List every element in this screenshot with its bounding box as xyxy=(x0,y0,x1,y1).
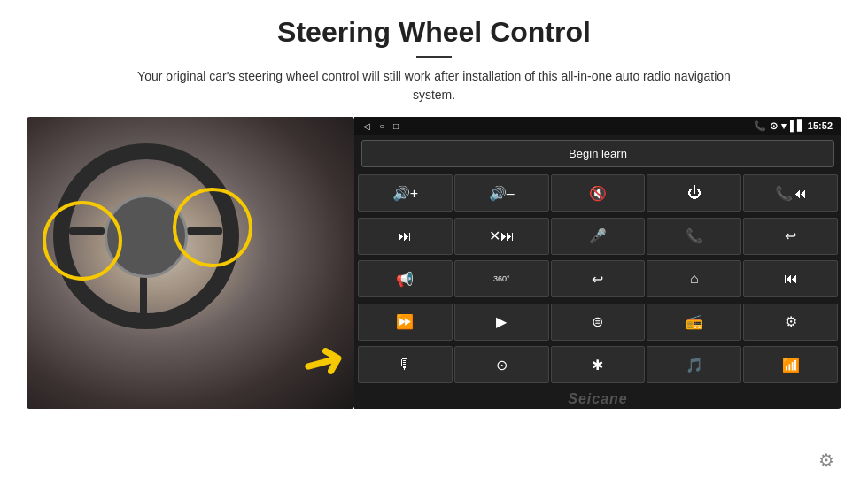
camera-360-button[interactable]: 360° xyxy=(454,260,549,297)
signal-icon: 📶 xyxy=(782,357,800,373)
highlight-circle-left xyxy=(43,201,122,281)
camera-360-icon: 360° xyxy=(493,274,510,283)
prev-track-button[interactable]: ⏮ xyxy=(743,260,838,297)
call-button[interactable]: 📞 xyxy=(647,218,741,255)
menu-icon: ⊙ xyxy=(496,357,508,373)
vol-down-icon: 🔊– xyxy=(489,185,515,202)
content-row: ➜ ◁ ○ □ 📞 ⊙ ▾ ▌▋ 15:52 xyxy=(27,117,841,476)
back-nav-icon[interactable]: ◁ xyxy=(363,121,370,131)
mic-button[interactable]: 🎤 xyxy=(551,218,646,255)
phone-prev-button[interactable]: 📞⏮ xyxy=(743,174,838,212)
play-icon: ▶ xyxy=(496,313,507,330)
phone-prev-icon: 📞⏮ xyxy=(775,185,807,202)
subtitle: Your original car's steering wheel contr… xyxy=(124,67,744,104)
home-nav-icon[interactable]: ○ xyxy=(379,121,384,131)
play-button[interactable]: ▶ xyxy=(454,304,549,341)
next-track-icon: ⏭ xyxy=(398,228,412,244)
nav-icons: ◁ ○ □ xyxy=(363,121,399,131)
title-divider xyxy=(416,56,452,58)
bluetooth-button[interactable]: ✱ xyxy=(551,346,646,383)
voice-icon: 🎙 xyxy=(398,357,412,373)
skip-icon: ✕⏭ xyxy=(489,227,515,244)
fast-fwd-button[interactable]: ⏩ xyxy=(358,304,453,341)
location-icon: ⊙ xyxy=(770,120,778,132)
hang-up-icon: ↩ xyxy=(785,227,796,244)
vol-up-icon: 🔊+ xyxy=(392,185,418,202)
steering-wheel-image: ➜ xyxy=(27,117,354,409)
radio-button[interactable]: 📻 xyxy=(647,304,741,341)
music-icon: 🎵 xyxy=(686,357,703,373)
vol-up-button[interactable]: 🔊+ xyxy=(358,174,453,212)
wifi-icon: ▾ xyxy=(781,120,787,132)
page-title: Steering Wheel Control xyxy=(27,16,841,49)
seicane-watermark: Seicane xyxy=(354,389,841,409)
voice-button[interactable]: 🎙 xyxy=(358,346,453,383)
mute-icon: 🔇 xyxy=(589,185,607,202)
spoke-bottom xyxy=(140,276,147,319)
back-icon: ↩ xyxy=(592,271,603,288)
signal-button[interactable]: 📶 xyxy=(743,346,838,383)
vol-down-button[interactable]: 🔊– xyxy=(454,174,549,212)
skip-button[interactable]: ✕⏭ xyxy=(454,218,549,255)
horn-icon: 📢 xyxy=(396,271,414,288)
home-button[interactable]: ⌂ xyxy=(647,260,741,297)
page-container: Steering Wheel Control Your original car… xyxy=(0,0,868,485)
call-icon: 📞 xyxy=(686,227,703,244)
power-button[interactable]: ⏻ xyxy=(647,174,741,212)
next-track-button[interactable]: ⏭ xyxy=(358,218,453,255)
highlight-circle-right xyxy=(173,188,252,267)
menu-button[interactable]: ⊙ xyxy=(454,346,549,383)
radio-icon: 📻 xyxy=(686,313,703,330)
clock: 15:52 xyxy=(808,120,833,131)
status-bar: ◁ ○ □ 📞 ⊙ ▾ ▌▋ 15:52 xyxy=(354,117,841,135)
power-icon: ⏻ xyxy=(687,185,701,201)
music-button[interactable]: 🎵 xyxy=(647,346,741,383)
source-icon: ⊜ xyxy=(592,313,603,330)
horn-button[interactable]: 📢 xyxy=(358,260,453,297)
back-button[interactable]: ↩ xyxy=(551,260,646,297)
recents-nav-icon[interactable]: □ xyxy=(393,121,399,131)
eq-button[interactable]: ⚙ xyxy=(743,304,838,341)
eq-icon: ⚙ xyxy=(785,313,797,330)
sim-bars: ▌▋ xyxy=(790,120,804,132)
controls-grid: 🔊+ 🔊– 🔇 ⏻ 📞⏮ ⏭ ✕⏭ 🎤 📞 ↩ 📢 360° ↩ ⌂ xyxy=(354,173,841,389)
settings-gear-button[interactable]: ⚙ xyxy=(818,450,834,471)
home-icon: ⌂ xyxy=(690,271,699,287)
bluetooth-icon: ✱ xyxy=(592,357,603,373)
mic-icon: 🎤 xyxy=(589,227,607,244)
source-button[interactable]: ⊜ xyxy=(551,304,646,341)
fast-fwd-icon: ⏩ xyxy=(396,313,414,330)
mute-button[interactable]: 🔇 xyxy=(551,174,646,212)
status-right: 📞 ⊙ ▾ ▌▋ 15:52 xyxy=(754,120,833,132)
begin-learn-row: Begin learn xyxy=(354,135,841,173)
hang-up-button[interactable]: ↩ xyxy=(743,218,838,255)
prev-track-icon: ⏮ xyxy=(784,271,798,287)
title-section: Steering Wheel Control Your original car… xyxy=(27,16,841,117)
phone-icon: 📞 xyxy=(754,120,766,132)
head-unit: ◁ ○ □ 📞 ⊙ ▾ ▌▋ 15:52 Begin learn xyxy=(354,117,841,409)
begin-learn-button[interactable]: Begin learn xyxy=(361,140,834,167)
head-unit-wrapper: ◁ ○ □ 📞 ⊙ ▾ ▌▋ 15:52 Begin learn xyxy=(354,117,841,476)
